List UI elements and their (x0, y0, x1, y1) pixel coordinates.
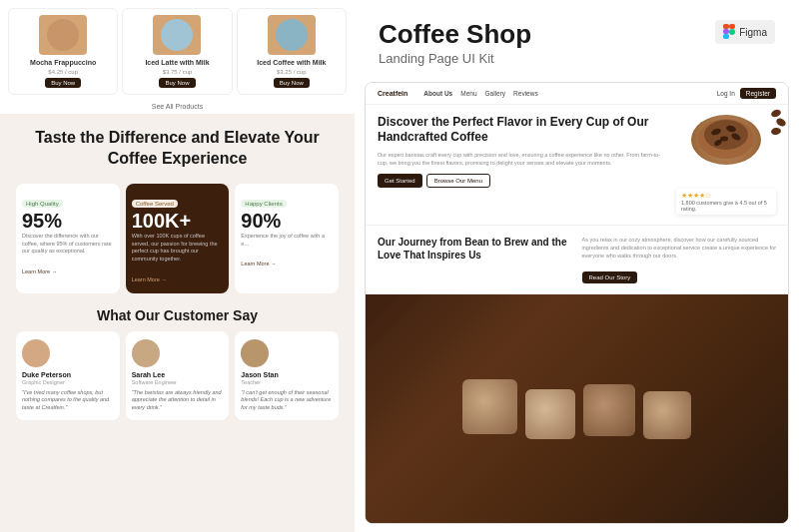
left-headline: Taste the Difference and Elevate Your Co… (16, 128, 339, 170)
customer-card-1: Duke Peterson Graphic Designer "I've tri… (16, 331, 120, 420)
customer-name-2: Sarah Lee (132, 371, 224, 378)
stat-badge-2: Coffee Served (132, 200, 178, 208)
coffee-bowl-svg (696, 117, 756, 162)
hero-title: Discover the Perfect Flavor in Every Cup… (378, 115, 666, 146)
title-area: Coffee Shop Landing Page UI Kit Figma (355, 0, 799, 82)
figma-badge: Figma (715, 20, 775, 44)
friend-3 (583, 384, 635, 436)
friend-4 (643, 391, 691, 439)
title-text-block: Coffee Shop Landing Page UI Kit (379, 20, 695, 66)
figma-icon (723, 24, 735, 40)
login-button[interactable]: Log In (717, 90, 735, 97)
hero-description: Our expert baristas craft every cup with… (378, 151, 666, 168)
nav-link-reviews[interactable]: Reviews (513, 90, 538, 97)
customer-review-2: "The baristas are always friendly and ap… (132, 389, 224, 412)
customer-cards: Duke Peterson Graphic Designer "I've tri… (16, 331, 339, 420)
customer-name-1: Duke Peterson (22, 371, 114, 378)
nav-links: About Us Menu Gallery Reviews (423, 90, 708, 97)
learn-more-2[interactable]: Learn More → (132, 276, 167, 282)
rating-box: ★★★★☆ 1,800 customers give a 4.5 out of … (676, 189, 776, 215)
customer-card-2: Sarah Lee Software Engineer "The barista… (126, 331, 230, 420)
hero-left: Discover the Perfect Flavor in Every Cup… (378, 115, 666, 215)
friends-photo (366, 294, 788, 523)
product-image-3 (268, 15, 316, 55)
customer-name-3: Jason Stan (241, 371, 333, 378)
journey-description: As you relax in our cozy atmosphere, dis… (582, 236, 777, 261)
coffee-image (681, 115, 771, 185)
svg-rect-1 (729, 24, 735, 29)
customer-avatar-2 (132, 339, 160, 367)
customer-review-3: "I can't get enough of their seasonal bl… (241, 389, 333, 412)
customer-avatar-1 (22, 339, 50, 367)
customer-section: What Our Customer Say Duke Peterson Grap… (16, 307, 339, 420)
right-panel: Coffee Shop Landing Page UI Kit Figma Cr… (355, 0, 799, 532)
buy-button-2[interactable]: Buy Now (159, 78, 195, 88)
product-name-2: Iced Latte with Milk (145, 59, 209, 67)
nav-link-about[interactable]: About Us (423, 90, 452, 97)
svg-point-4 (729, 29, 735, 35)
customer-role-2: Software Engineer (132, 379, 224, 385)
hero-right: ★★★★☆ 1,800 customers give a 4.5 out of … (676, 115, 776, 215)
product-price-3: $3.25 / cup (277, 69, 307, 75)
left-main-content: Taste the Difference and Elevate Your Co… (0, 114, 355, 532)
photo-section (366, 294, 788, 523)
journey-title: Our Journey from Bean to Brew and the Lo… (378, 236, 572, 262)
customer-role-3: Teacher (241, 379, 333, 385)
buy-button-3[interactable]: Buy Now (274, 78, 310, 88)
stat-card-1: High Quality 95% Discover the difference… (16, 184, 120, 293)
learn-more-1[interactable]: Learn More → (22, 268, 57, 274)
friend-group (462, 379, 691, 439)
stats-row: High Quality 95% Discover the difference… (16, 184, 339, 293)
coffee-bowl (691, 115, 761, 165)
buy-button-1[interactable]: Buy Now (45, 78, 81, 88)
page-title: Coffee Shop (379, 20, 695, 49)
browse-menu-button[interactable]: Browse Our Menu (426, 174, 490, 188)
customer-review-1: "I've tried many coffee shops, but nothi… (22, 389, 114, 412)
journey-right: As you relax in our cozy atmosphere, dis… (582, 236, 777, 284)
product-card-1: Mocha Frappuccino $4.25 / cup Buy Now (8, 8, 118, 95)
read-story-button[interactable]: Read Our Story (582, 271, 638, 283)
customer-card-3: Jason Stan Teacher "I can't get enough o… (235, 331, 339, 420)
nav-link-menu[interactable]: Menu (460, 90, 476, 97)
page-subtitle: Landing Page UI Kit (379, 51, 695, 66)
product-name-1: Mocha Frappuccino (30, 59, 96, 67)
product-card-2: Iced Latte with Milk $3.75 / cup Buy Now (122, 8, 232, 95)
website-preview: Creatfein About Us Menu Gallery Reviews … (365, 82, 789, 524)
hero-buttons: Get Started Browse Our Menu (378, 174, 666, 188)
svg-point-6 (704, 120, 748, 150)
stat-desc-1: Discover the difference with our coffee,… (22, 233, 114, 256)
stat-number-2: 100K+ (132, 211, 224, 231)
customer-role-1: Graphic Designer (22, 379, 114, 385)
product-image-1 (39, 15, 87, 55)
stat-badge-1: High Quality (22, 200, 63, 208)
svg-rect-3 (723, 34, 729, 39)
stat-number-3: 90% (241, 211, 333, 231)
product-name-3: Iced Coffee with Milk (257, 59, 326, 67)
svg-rect-2 (723, 29, 729, 34)
product-image-2 (153, 15, 201, 55)
friend-1 (462, 379, 517, 434)
hero-section: Discover the Perfect Flavor in Every Cup… (366, 105, 788, 226)
customer-avatar-3 (241, 339, 269, 367)
journey-section: Our Journey from Bean to Brew and the Lo… (366, 226, 788, 295)
product-price-2: $3.75 / cup (163, 69, 193, 75)
stat-desc-3: Experience the joy of coffee with a e... (241, 233, 333, 248)
get-started-button[interactable]: Get Started (378, 174, 422, 188)
stat-desc-2: With over 100K cups of coffee served, ou… (132, 233, 224, 264)
nav-logo: Creatfein (378, 90, 407, 97)
nav-link-gallery[interactable]: Gallery (485, 90, 506, 97)
stat-number-1: 95% (22, 211, 114, 231)
nav-bar: Creatfein About Us Menu Gallery Reviews … (366, 83, 788, 105)
customer-section-title: What Our Customer Say (16, 307, 339, 323)
learn-more-3[interactable]: Learn More → (241, 261, 276, 266)
stat-badge-3: Happy Clients (241, 200, 286, 208)
product-row: Mocha Frappuccino $4.25 / cup Buy Now Ic… (0, 0, 355, 99)
product-price-1: $4.25 / cup (48, 69, 78, 75)
figma-label: Figma (739, 27, 767, 38)
see-all-link[interactable]: See All Products (0, 99, 355, 114)
stat-card-2: Coffee Served 100K+ With over 100K cups … (126, 184, 230, 293)
journey-left: Our Journey from Bean to Brew and the Lo… (378, 236, 572, 284)
left-panel: Mocha Frappuccino $4.25 / cup Buy Now Ic… (0, 0, 355, 532)
rating-text: 1,800 customers give a 4.5 out of 5 rati… (681, 200, 771, 212)
register-button[interactable]: Register (740, 88, 776, 99)
